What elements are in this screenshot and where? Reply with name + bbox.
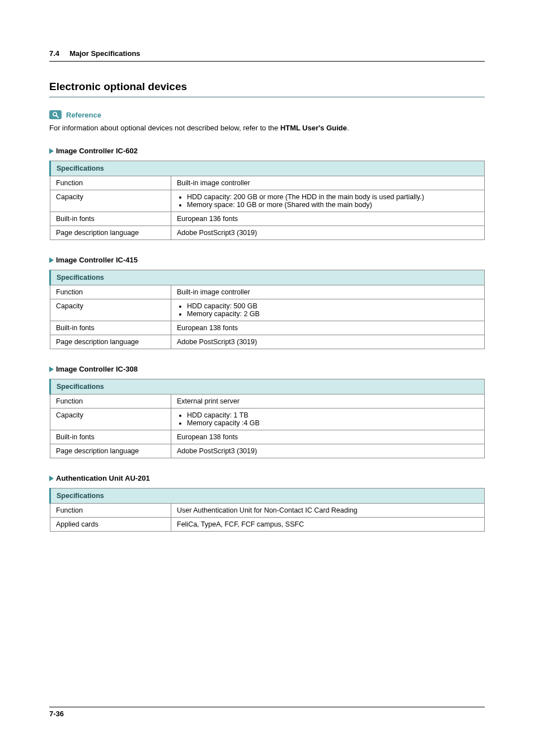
table-row: CapacityHDD capacity: 200 GB or more (Th… xyxy=(50,190,485,212)
section-header: 7.4 Major Specifications xyxy=(49,49,485,62)
spec-key: Capacity xyxy=(50,190,171,212)
page: 7.4 Major Specifications Electronic opti… xyxy=(0,0,534,532)
spec-subheading-label: Image Controller IC-415 xyxy=(56,256,138,264)
reference-text-pre: For information about optional devices n… xyxy=(49,124,280,132)
spec-bullet: HDD capacity: 500 GB xyxy=(187,302,479,310)
section-title: Major Specifications xyxy=(69,49,140,58)
spec-value: User Authentication Unit for Non-Contact… xyxy=(171,504,485,518)
spec-subheading-label: Image Controller IC-602 xyxy=(56,147,138,155)
spec-value: Adobe PostScript3 (3019) xyxy=(171,335,485,349)
triangle-icon xyxy=(49,257,54,263)
spec-key: Function xyxy=(50,395,171,408)
spec-table: SpecificationsFunctionExternal print ser… xyxy=(49,379,485,458)
spec-value: European 136 fonts xyxy=(171,212,485,226)
spec-bullet-list: HDD capacity: 500 GBMemory capacity: 2 G… xyxy=(177,302,479,318)
spec-value: Built-in image controller xyxy=(171,285,485,299)
spec-table: SpecificationsFunctionBuilt-in image con… xyxy=(49,161,485,240)
spec-subheading: Image Controller IC-602 xyxy=(49,147,485,155)
table-row: Page description languageAdobe PostScrip… xyxy=(50,444,485,458)
reference-label: Reference xyxy=(66,111,101,119)
table-row: Built-in fontsEuropean 138 fonts xyxy=(50,430,485,444)
spec-value: HDD capacity: 1 TBMemory capacity :4 GB xyxy=(171,408,485,430)
spec-table-header: Specifications xyxy=(50,379,485,395)
spec-bullet-list: HDD capacity: 200 GB or more (The HDD in… xyxy=(177,193,479,209)
table-row: FunctionUser Authentication Unit for Non… xyxy=(50,504,485,518)
spec-value: External print server xyxy=(171,395,485,408)
page-title: Electronic optional devices xyxy=(49,81,485,93)
page-number: 7-36 xyxy=(49,710,64,718)
spec-table: SpecificationsFunctionBuilt-in image con… xyxy=(49,270,485,349)
table-row: CapacityHDD capacity: 500 GBMemory capac… xyxy=(50,299,485,321)
svg-line-1 xyxy=(56,115,58,118)
spec-key: Capacity xyxy=(50,408,171,430)
spec-bullet: Memory space: 10 GB or more (Shared with… xyxy=(187,201,479,209)
spec-bullet: HDD capacity: 1 TB xyxy=(187,411,479,419)
table-row: FunctionBuilt-in image controller xyxy=(50,285,485,299)
triangle-icon xyxy=(49,476,54,481)
table-row: CapacityHDD capacity: 1 TBMemory capacit… xyxy=(50,408,485,430)
spec-value: Adobe PostScript3 (3019) xyxy=(171,226,485,240)
spec-value: HDD capacity: 200 GB or more (The HDD in… xyxy=(171,190,485,212)
spec-bullet: Memory capacity :4 GB xyxy=(187,419,479,427)
spec-key: Page description language xyxy=(50,226,171,240)
spec-bullet-list: HDD capacity: 1 TBMemory capacity :4 GB xyxy=(177,411,479,427)
spec-bullet: HDD capacity: 200 GB or more (The HDD in… xyxy=(187,193,479,201)
spec-key: Applied cards xyxy=(50,518,171,532)
section-number: 7.4 xyxy=(49,49,59,58)
spec-table-header: Specifications xyxy=(50,270,485,285)
table-row: Page description languageAdobe PostScrip… xyxy=(50,335,485,349)
spec-key: Function xyxy=(50,176,171,190)
triangle-icon xyxy=(49,148,54,154)
reference-icon xyxy=(49,110,62,119)
table-row: Applied cardsFeliCa, TypeA, FCF, FCF cam… xyxy=(50,518,485,532)
table-row: Page description languageAdobe PostScrip… xyxy=(50,226,485,240)
reference-text: For information about optional devices n… xyxy=(49,124,485,132)
spec-key: Capacity xyxy=(50,299,171,321)
title-rule xyxy=(49,96,485,98)
spec-value: HDD capacity: 500 GBMemory capacity: 2 G… xyxy=(171,299,485,321)
spec-subheading: Image Controller IC-415 xyxy=(49,256,485,264)
spec-value: FeliCa, TypeA, FCF, FCF campus, SSFC xyxy=(171,518,485,532)
table-row: FunctionExternal print server xyxy=(50,395,485,408)
table-row: FunctionBuilt-in image controller xyxy=(50,176,485,190)
spec-key: Function xyxy=(50,504,171,518)
reference-text-bold: HTML User's Guide xyxy=(280,124,347,132)
reference-text-post: . xyxy=(347,124,349,132)
spec-value: European 138 fonts xyxy=(171,321,485,335)
triangle-icon xyxy=(49,367,54,372)
spec-bullet: Memory capacity: 2 GB xyxy=(187,310,479,318)
spec-value: Adobe PostScript3 (3019) xyxy=(171,444,485,458)
spec-key: Built-in fonts xyxy=(50,430,171,444)
spec-value: Built-in image controller xyxy=(171,176,485,190)
spec-key: Built-in fonts xyxy=(50,212,171,226)
spec-key: Built-in fonts xyxy=(50,321,171,335)
spec-key: Function xyxy=(50,285,171,299)
tables-container: Image Controller IC-602SpecificationsFun… xyxy=(49,147,485,532)
spec-table-header: Specifications xyxy=(50,161,485,176)
table-row: Built-in fontsEuropean 136 fonts xyxy=(50,212,485,226)
spec-key: Page description language xyxy=(50,444,171,458)
spec-subheading-label: Authentication Unit AU-201 xyxy=(56,474,150,482)
reference-heading: Reference xyxy=(49,110,485,119)
spec-table: SpecificationsFunctionUser Authenticatio… xyxy=(49,488,485,532)
table-row: Built-in fontsEuropean 138 fonts xyxy=(50,321,485,335)
spec-subheading: Image Controller IC-308 xyxy=(49,365,485,373)
spec-key: Page description language xyxy=(50,335,171,349)
spec-subheading: Authentication Unit AU-201 xyxy=(49,474,485,482)
spec-table-header: Specifications xyxy=(50,489,485,504)
spec-value: European 138 fonts xyxy=(171,430,485,444)
spec-subheading-label: Image Controller IC-308 xyxy=(56,365,138,373)
page-footer: 7-36 xyxy=(49,707,485,718)
